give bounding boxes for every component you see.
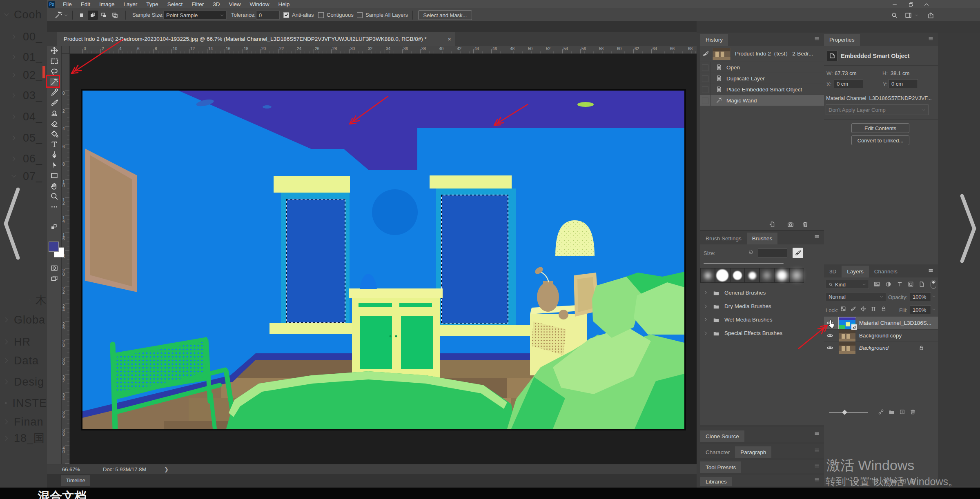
panel-menu-icon[interactable]	[814, 431, 820, 436]
blend-mode-dropdown[interactable]: Normal	[826, 292, 886, 301]
layer-comp-dropdown[interactable]: Don't Apply Layer Comp	[826, 104, 929, 115]
panel-menu-icon[interactable]	[814, 234, 820, 239]
tree-item-globa[interactable]: Globa	[0, 312, 47, 328]
smart-object-filter-icon[interactable]	[919, 281, 925, 287]
eye-icon[interactable]	[826, 344, 833, 351]
share-icon[interactable]	[927, 12, 934, 19]
brush-preset-0[interactable]	[700, 268, 715, 283]
brush-folder-dry-media-brushes[interactable]: Dry Media Brushes	[700, 299, 824, 313]
search-icon[interactable]	[891, 12, 898, 19]
brush-folder-wet-media-brushes[interactable]: Wet Media Brushes	[700, 313, 824, 326]
tab-channels[interactable]: Channels	[869, 266, 903, 277]
prev-arrow[interactable]	[2, 187, 20, 261]
menu-layer[interactable]: Layer	[119, 0, 142, 9]
tab-clone-source[interactable]: Clone Source	[700, 430, 744, 442]
paint-bucket-tool[interactable]	[50, 130, 58, 138]
history-state-checkbox[interactable]	[700, 84, 711, 95]
clone-stamp-tool[interactable]	[50, 109, 58, 117]
lock-artboard-icon[interactable]	[871, 306, 876, 312]
tree-item-01[interactable]: 01_	[0, 49, 47, 65]
menu-type[interactable]: Type	[142, 0, 163, 9]
filter-toggle-pill[interactable]	[931, 280, 936, 289]
layer-row-material-channel-l3d186s[interactable]: Material Channel_L3D186S...	[824, 317, 938, 330]
canvas-image[interactable]	[82, 91, 684, 429]
pen-tool[interactable]	[50, 151, 58, 159]
eye-icon[interactable]	[826, 332, 833, 339]
lock-pixels-icon[interactable]	[850, 306, 856, 312]
reset-brush-icon[interactable]	[748, 249, 754, 255]
tab-3d[interactable]: 3D	[824, 266, 842, 277]
menu-view[interactable]: View	[224, 0, 245, 9]
brush-preset-2[interactable]	[730, 268, 745, 283]
panel-menu-icon[interactable]	[928, 268, 934, 273]
menu-filter[interactable]: Filter	[187, 0, 208, 9]
panel-menu-icon[interactable]	[814, 448, 820, 452]
tree-item-07[interactable]: 07_	[0, 168, 47, 184]
tab-timeline[interactable]: Timeline	[61, 475, 90, 486]
tree-item-hr[interactable]: HR	[0, 334, 47, 350]
history-state-checkbox[interactable]	[700, 95, 711, 106]
tab-history[interactable]: History	[700, 34, 728, 46]
menu-3d[interactable]: 3D	[208, 0, 224, 9]
eraser-tool[interactable]	[50, 120, 58, 128]
lasso-tool[interactable]	[50, 67, 58, 75]
document-tab[interactable]: Product Indo 2 (test) 2-Bedroom-20230104…	[57, 32, 455, 46]
chevron-right-icon[interactable]	[704, 291, 708, 295]
chevron-right-icon[interactable]	[704, 331, 708, 335]
edit-contents-button[interactable]: Edit Contents	[851, 123, 909, 133]
history-state-open[interactable]: Open	[700, 62, 824, 73]
tree-item-desig[interactable]: Desig	[0, 374, 47, 390]
tab-properties[interactable]: Properties	[824, 34, 860, 46]
panel-menu-icon[interactable]	[814, 477, 820, 482]
move-tool[interactable]	[50, 47, 58, 55]
brush-folder-general-brushes[interactable]: General Brushes	[700, 286, 824, 299]
history-snapshot-row[interactable]: Product Indo 2（test） 2-Bedr...	[700, 46, 824, 62]
rectangle-tool[interactable]	[50, 171, 58, 180]
adjustment-filter-icon[interactable]	[885, 281, 891, 287]
convert-to-linked-button[interactable]: Convert to Linked...	[851, 135, 909, 145]
chevron-down-icon[interactable]	[932, 295, 935, 298]
close-tab-icon[interactable]: ×	[448, 35, 451, 42]
slider-diamond[interactable]	[842, 410, 847, 415]
tree-item-03[interactable]: 03_	[0, 87, 47, 104]
tab-paragraph[interactable]: Paragraph	[735, 446, 771, 458]
menu-edit[interactable]: Edit	[76, 0, 95, 9]
brush-folder-special-effects-brushes[interactable]: Special Effects Brushes	[700, 326, 824, 340]
sample-all-layers-checkbox[interactable]: Sample All Layers	[357, 12, 408, 18]
tolerance-input[interactable]: 0	[256, 11, 280, 20]
layer-row-background-copy[interactable]: Background copy	[824, 330, 938, 342]
tree-item-data[interactable]: Data	[0, 353, 47, 369]
path-selection-tool[interactable]	[50, 161, 58, 169]
group-layers-icon[interactable]	[889, 409, 895, 415]
zoom-level[interactable]: 66.67%	[62, 466, 80, 472]
menu-image[interactable]: Image	[95, 0, 119, 9]
fill-input[interactable]: 100%	[910, 305, 931, 314]
layer-visibility-toggle[interactable]	[824, 330, 836, 342]
menu-window[interactable]: Window	[245, 0, 274, 9]
foreground-color-swatch[interactable]	[49, 242, 59, 252]
tree-item-18[interactable]: 18_国	[0, 430, 47, 446]
brush-size-input[interactable]	[758, 248, 787, 257]
zoom-tool[interactable]	[50, 192, 58, 200]
new-layer-icon[interactable]	[899, 409, 905, 415]
brush-preset-6[interactable]	[789, 268, 804, 283]
menu-select[interactable]: Select	[163, 0, 187, 9]
tab-libraries[interactable]: Libraries	[700, 477, 732, 486]
tree-item-cooh[interactable]: Cooh	[0, 7, 47, 23]
history-brush-icon[interactable]	[702, 51, 709, 57]
new-snapshot-icon[interactable]	[787, 221, 794, 228]
next-arrow[interactable]	[960, 193, 978, 264]
menu-help[interactable]: Help	[274, 0, 294, 9]
type-tool[interactable]	[50, 140, 58, 149]
ruler-origin[interactable]	[62, 46, 70, 54]
tab-brush-settings[interactable]: Brush Settings	[700, 233, 747, 244]
tree-item-finan[interactable]: Finan	[0, 414, 47, 430]
history-state-place-embedded-smart-object[interactable]: Place Embedded Smart Object	[700, 84, 824, 95]
lock-all-icon[interactable]	[881, 306, 886, 312]
quick-mask-icon[interactable]	[50, 264, 58, 272]
panel-menu-icon[interactable]	[814, 36, 820, 41]
tree-item-06[interactable]: 06_	[0, 151, 47, 167]
opacity-input[interactable]: 100%	[910, 292, 931, 301]
layer-visibility-toggle[interactable]	[824, 342, 836, 354]
link-layers-icon[interactable]	[878, 409, 884, 415]
